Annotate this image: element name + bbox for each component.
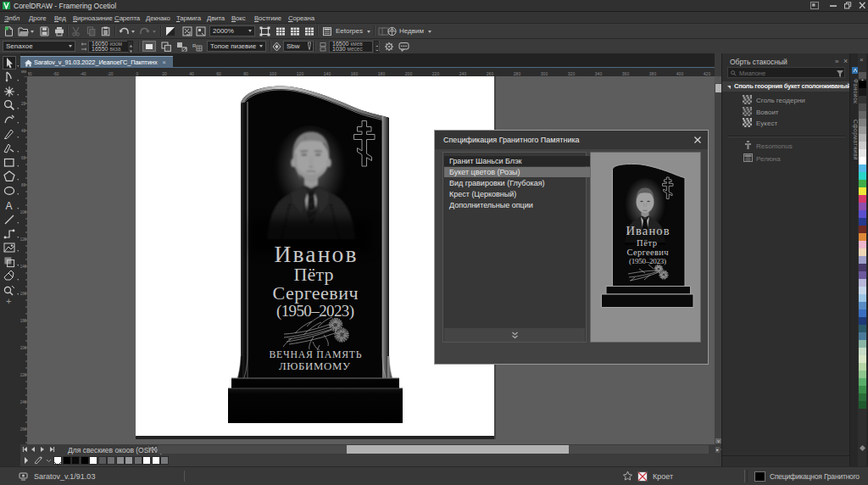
svg-text:(1950–2023): (1950–2023)	[629, 257, 666, 265]
svg-text:140: 140	[20, 265, 27, 269]
svg-text:20: 20	[21, 102, 26, 106]
svg-text:Б: Б	[177, 43, 181, 48]
svg-text:220: 220	[20, 373, 27, 377]
svg-text:40: 40	[21, 129, 26, 133]
svg-text:Сергеевич: Сергеевич	[627, 248, 670, 257]
svg-text:260: 260	[20, 427, 27, 432]
svg-text:80: 80	[21, 183, 26, 187]
svg-text:(1950–2023): (1950–2023)	[276, 302, 354, 321]
svg-text:240: 240	[20, 400, 27, 404]
svg-text:120: 120	[20, 237, 27, 242]
svg-text:200: 200	[20, 346, 27, 350]
svg-text:R: R	[192, 43, 197, 48]
svg-text:180: 180	[20, 319, 27, 323]
svg-text:100: 100	[20, 210, 27, 215]
svg-text:Пётр: Пётр	[637, 238, 657, 248]
svg-text:ЛЮБИМОМУ: ЛЮБИМОМУ	[279, 360, 351, 372]
svg-text:Иванов: Иванов	[626, 224, 670, 237]
svg-text:Сергеевич: Сергеевич	[273, 282, 359, 304]
svg-text:160: 160	[20, 292, 27, 296]
svg-text:A: A	[6, 200, 13, 212]
svg-text:60: 60	[21, 156, 26, 160]
svg-text:ВЕЧНАЯ ПАМЯТЬ: ВЕЧНАЯ ПАМЯТЬ	[270, 348, 362, 360]
